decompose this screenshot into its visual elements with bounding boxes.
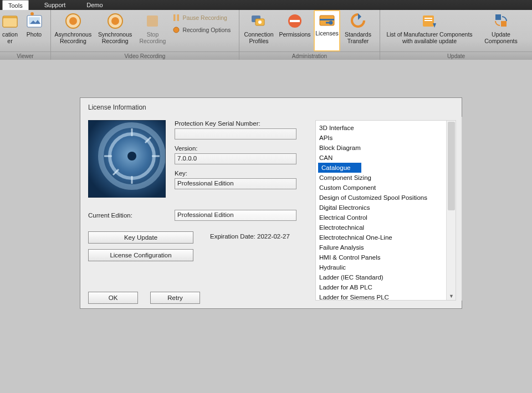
svg-point-15 [258,20,262,24]
ribbon-item-label: Stop Recording [140,31,166,44]
key-label: Key: [175,170,302,177]
expiration-date-text: Expiration Date: 2022-02-27 [210,233,290,240]
dialog-divider [462,117,462,301]
transfer-icon [349,12,367,30]
license-dialog: License Information [80,97,462,309]
licenses-icon [318,11,336,29]
ribbon-group-recording: Asynchronous Recording Synchronous Recor… [51,10,239,60]
ribbon-item-standards-transfer[interactable]: Standards Transfer [342,11,374,50]
components-list-icon [421,12,438,30]
list-item[interactable]: Design of Customized Spool Positions [316,193,446,203]
ribbon: cationer Photo Viewer Asynchronous Rec [0,10,532,60]
permissions-icon [286,12,304,30]
folder-icon [1,12,19,30]
pause-icon [172,14,180,22]
key-field: Professional Edition [175,178,296,189]
key-update-button[interactable]: Key Update [88,231,193,244]
record-mini-icon [172,26,180,34]
ribbon-item-label: Standards Transfer [345,31,371,44]
ribbon-group-title: Update [380,51,532,60]
ribbon-item-licenses[interactable]: Licenses [314,10,340,51]
ribbon-item-async-recording[interactable]: Asynchronous Recording [53,11,93,50]
ribbon-item-label: Asynchronous Recording [55,31,92,44]
ribbon-item-label: Update Components [484,31,518,44]
list-item[interactable]: Ladder for AB PLC [316,282,446,292]
list-item[interactable]: Digital Electronics [316,203,446,213]
list-item[interactable]: Failure Analysis [316,242,446,252]
current-edition-label: Current Edition: [88,212,132,219]
current-edition-field: Professional Edition [175,210,296,221]
retry-button[interactable]: Retry [150,292,200,304]
dialog-image-column [88,120,167,198]
ribbon-item-update-components[interactable]: Update Components [479,11,523,50]
list-item[interactable]: Block Diagram [316,143,446,153]
ribbon-item-permissions[interactable]: Permissions [278,11,311,50]
lock-image [88,120,166,198]
svg-point-12 [173,27,179,33]
svg-rect-17 [290,20,300,22]
list-item[interactable]: Component Sizing [316,173,446,183]
svg-point-35 [127,152,136,161]
menu-tabstrip: Tools Support Demo [0,0,532,10]
ribbon-group-update: List of Manufacturer Components with ava… [380,10,532,60]
record-sync-icon [106,12,124,30]
list-item[interactable]: Electrical Control [316,213,446,223]
svg-rect-23 [424,18,432,19]
ribbon-item-pause-recording[interactable]: Pause Recording [170,12,237,23]
list-item[interactable]: Ladder for Siemens PLC [316,292,446,301]
ribbon-item-connection-profiles[interactable]: Connection Profiles [242,11,276,50]
list-item[interactable]: Electrotechnical One-Line [316,232,446,242]
record-async-icon [64,12,82,30]
ribbon-item-label: Pause Recording [182,14,227,21]
ribbon-group-administration: Connection Profiles Permissions Licenses [239,10,380,60]
feature-listbox[interactable]: 3D InterfaceAPIsBlock DiagramCANCatalogu… [315,120,456,301]
update-icon [492,12,510,30]
list-item[interactable]: 3D Interface [316,123,446,133]
svg-point-8 [111,17,119,25]
scroll-thumb[interactable] [448,122,455,210]
license-configuration-button[interactable]: License Configuration [88,249,193,261]
ribbon-item-photo[interactable]: Photo [20,11,48,50]
svg-rect-1 [3,18,17,27]
list-item[interactable]: APIs [316,133,446,143]
ribbon-item-sync-recording[interactable]: Synchronous Recording [95,11,135,50]
ribbon-item-label: List of Manufacturer Components with ava… [386,31,472,44]
svg-rect-26 [501,21,507,27]
ribbon-item-truncated[interactable]: cationer [2,11,18,50]
list-item[interactable]: CAN [316,153,446,163]
ribbon-item-stop-recording[interactable]: Stop Recording [137,11,168,50]
svg-point-4 [30,12,34,15]
list-item[interactable]: HMI & Control Panels [316,252,446,262]
profiles-icon [250,12,268,30]
ribbon-item-label: Synchronous Recording [98,31,132,44]
ribbon-group-title: Video Recording [51,51,239,60]
ribbon-group-title: Administration [239,51,380,60]
ribbon-item-label: Connection Profiles [244,31,273,44]
serial-field [175,128,296,139]
svg-rect-25 [495,14,501,20]
ok-button[interactable]: OK [88,292,138,304]
svg-point-6 [69,17,77,25]
list-item[interactable]: Custom Component [316,183,446,193]
tab-demo[interactable]: Demo [81,0,108,10]
ribbon-item-recording-options[interactable]: Recording Options [170,24,237,35]
tab-support[interactable]: Support [39,0,71,10]
svg-rect-19 [320,19,334,20]
version-label: Version: [175,145,302,152]
ribbon-item-label: Recording Options [182,27,231,33]
list-item[interactable]: Electrotechnical [316,223,446,232]
version-field: 7.0.0.0 [175,153,296,164]
dialog-title: License Information [88,104,454,111]
tab-tools[interactable]: Tools [2,0,29,10]
svg-rect-21 [326,22,330,24]
svg-rect-9 [147,15,158,27]
dialog-buttons-bottom: OK Retry [88,292,200,304]
ribbon-item-list-updates[interactable]: List of Manufacturer Components with ava… [382,11,477,50]
ribbon-item-label: cationer [2,31,18,44]
scroll-down-icon[interactable]: ▼ [447,292,456,300]
list-item[interactable]: Hydraulic [316,262,446,272]
scrollbar[interactable]: ▲ ▼ [446,121,456,300]
list-item[interactable]: Catalogue [318,163,361,173]
feature-list-items: 3D InterfaceAPIsBlock DiagramCANCatalogu… [316,121,446,300]
list-item[interactable]: Ladder (IEC Standard) [316,272,446,282]
